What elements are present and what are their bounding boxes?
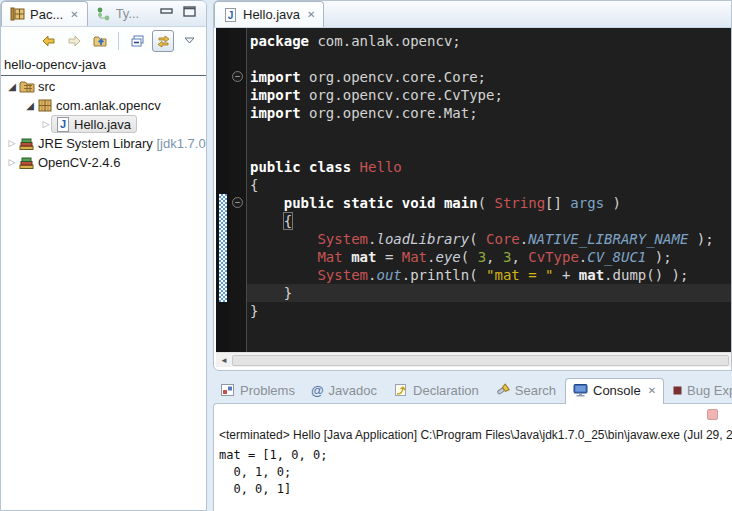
tree-item-label: OpenCV-2.4.6	[38, 155, 120, 170]
tab-problems[interactable]: Problems	[213, 379, 302, 402]
tab-label: Search	[515, 383, 556, 398]
collapse-all-icon	[130, 34, 145, 48]
code-line[interactable]: public static void main( String[] args )	[247, 194, 731, 212]
method-range-indicator	[219, 194, 227, 302]
library-books-icon	[19, 136, 35, 151]
svg-text:J: J	[228, 9, 234, 20]
close-icon[interactable]: ✕	[68, 9, 78, 20]
code-line[interactable]: System.loadLibrary( Core.NATIVE_LIBRARY_…	[247, 230, 731, 248]
code-line[interactable]: }	[247, 284, 731, 302]
code-line[interactable]	[247, 140, 731, 158]
java-file-icon: J	[55, 117, 71, 132]
tab-declaration[interactable]: Declaration	[386, 379, 486, 402]
expand-toggle-icon[interactable]: ▷	[7, 157, 17, 167]
code-line[interactable]	[247, 50, 731, 68]
forward-button[interactable]	[63, 30, 85, 52]
editor-tabrow: J Hello.java ✕	[214, 1, 731, 28]
collapse-all-button[interactable]	[126, 30, 148, 52]
code-line[interactable]: }	[247, 302, 731, 320]
package-explorer-icon	[10, 7, 25, 21]
terminate-button[interactable]	[707, 409, 718, 420]
code-line[interactable]: Mat mat = Mat.eye( 3, 3, CvType.CV_8UC1 …	[247, 248, 731, 266]
tree-item-hello-java[interactable]: ▷ J Hello.java	[1, 115, 206, 133]
tab-type-hierarchy[interactable]: Ty...	[88, 1, 148, 26]
jre-version-decorator: [jdk1.7.0	[157, 136, 206, 151]
tab-label: Bug Explorer	[687, 383, 732, 398]
library-books-icon	[19, 155, 35, 170]
tab-label: Problems	[240, 383, 295, 398]
svg-text:J: J	[60, 118, 66, 130]
tree-item-label: src	[38, 79, 55, 94]
console-output-line: 0, 1, 0;	[219, 464, 732, 481]
view-menu-button[interactable]	[178, 30, 200, 52]
expand-toggle-icon[interactable]: ◢	[25, 100, 35, 111]
package-icon	[37, 98, 53, 113]
tree-item-jre-library[interactable]: ▷ JRE System Library [jdk1.7.0	[1, 134, 206, 152]
console-monitor-icon	[573, 383, 588, 397]
project-root-label: hello-opencv-java	[1, 55, 206, 75]
console-status-line: <terminated> Hello [Java Application] C:…	[219, 428, 732, 442]
link-with-editor-button[interactable]	[152, 30, 174, 52]
tree-item-package[interactable]: ◢ com.anlak.opencv	[1, 96, 206, 114]
tree-item-label: com.anlak.opencv	[56, 98, 161, 113]
selected-item-highlight: J Hello.java	[51, 115, 137, 133]
tab-hello-java-editor[interactable]: J Hello.java ✕	[214, 1, 324, 27]
source-folder-icon	[19, 79, 35, 94]
javadoc-at-icon: @	[311, 383, 324, 398]
tab-bug-explorer[interactable]: Bug Explorer	[666, 379, 732, 402]
back-arrow-icon	[41, 34, 56, 48]
code-line[interactable]: System.out.println( "mat = " + mat.dump(…	[247, 266, 731, 284]
code-lines: package com.anlak.opencv; import org.ope…	[247, 32, 731, 320]
fold-margin[interactable]: −−	[230, 28, 246, 352]
tab-javadoc[interactable]: @ Javadoc	[304, 379, 384, 402]
close-icon[interactable]: ✕	[646, 385, 656, 396]
code-line[interactable]: import org.opencv.core.Core;	[247, 68, 731, 86]
console-view[interactable]: <terminated> Hello [Java Application] C:…	[213, 403, 732, 511]
tree-separator	[1, 75, 206, 76]
annotation-ruler[interactable]	[216, 28, 230, 352]
console-output-line: 0, 0, 1]	[219, 481, 732, 498]
code-line[interactable]: package com.anlak.opencv;	[247, 32, 731, 50]
code-line[interactable]: {	[247, 176, 731, 194]
tab-search[interactable]: Search	[488, 379, 563, 402]
tree-item-opencv-library[interactable]: ▷ OpenCV-2.4.6	[1, 153, 206, 171]
code-line[interactable]: public class Hello	[247, 158, 731, 176]
bug-explorer-icon	[673, 386, 682, 395]
expand-toggle-icon[interactable]: ◢	[7, 81, 17, 92]
declaration-icon	[393, 383, 408, 397]
code-line[interactable]: import org.opencv.core.CvType;	[247, 86, 731, 104]
close-icon[interactable]: ✕	[305, 9, 315, 20]
expand-toggle-icon[interactable]: ▷	[7, 138, 17, 148]
tab-label: Declaration	[413, 383, 479, 398]
code-line[interactable]: {	[247, 212, 731, 230]
back-button[interactable]	[37, 30, 59, 52]
tab-type-hierarchy-label: Ty...	[116, 6, 140, 21]
maximize-icon[interactable]	[183, 6, 196, 17]
editor-h-scrollbar[interactable]: ◄	[216, 352, 731, 367]
tab-package-explorer-label: Pac...	[30, 7, 63, 22]
expand-toggle-icon[interactable]: ▷	[41, 119, 51, 129]
code-editor[interactable]: −− package com.anlak.opencv; import org.…	[216, 28, 731, 352]
package-explorer-tree[interactable]: hello-opencv-java ◢ src ◢ com.anlak.open…	[1, 55, 206, 510]
package-explorer-panel: Pac... ✕ Ty... he	[0, 0, 207, 511]
code-line[interactable]: import org.opencv.core.Mat;	[247, 104, 731, 122]
fold-collapse-icon[interactable]: −	[232, 197, 243, 208]
scrollbar-thumb[interactable]	[232, 355, 729, 366]
code-line[interactable]	[247, 122, 731, 140]
editor-panel: J Hello.java ✕ −− package com.anlak.open…	[213, 0, 732, 371]
console-tabrow: Problems @ Javadoc Declaration Search Co…	[213, 377, 732, 403]
forward-arrow-icon	[67, 34, 82, 48]
tab-console[interactable]: Console ✕	[565, 378, 664, 404]
search-flashlight-icon	[495, 383, 510, 397]
toolbar-separator	[118, 32, 119, 50]
fold-collapse-icon[interactable]: −	[232, 71, 243, 82]
tab-package-explorer[interactable]: Pac... ✕	[1, 1, 88, 26]
console-output[interactable]: mat = [1, 0, 0; 0, 1, 0; 0, 0, 1]	[219, 447, 732, 498]
console-output-line: mat = [1, 0, 0;	[219, 447, 732, 464]
minimize-icon[interactable]	[160, 6, 173, 17]
scroll-left-arrow-icon[interactable]: ◄	[216, 353, 232, 368]
tree-item-src[interactable]: ◢ src	[1, 77, 206, 95]
go-up-button[interactable]	[89, 30, 111, 52]
console-panel: Problems @ Javadoc Declaration Search Co…	[213, 377, 732, 511]
tree-item-label: JRE System Library	[38, 136, 153, 151]
